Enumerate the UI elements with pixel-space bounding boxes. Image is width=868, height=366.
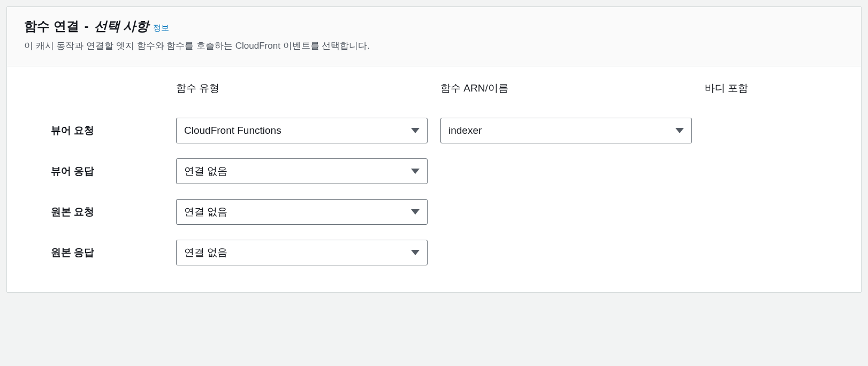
select-value: 연결 없음 — [184, 246, 227, 260]
include-body-cell-viewer-request — [705, 123, 844, 138]
panel-subtitle: 이 캐시 동작과 연결할 엣지 함수와 함수를 호출하는 CloudFront … — [24, 39, 844, 53]
col-header-arn: 함수 ARN/이름 — [440, 81, 692, 110]
chevron-down-icon — [675, 128, 684, 133]
chevron-down-icon — [411, 250, 420, 255]
function-arn-cell-viewer-response — [440, 164, 692, 179]
function-type-select-wrap: CloudFront Functions — [176, 110, 428, 151]
include-body-cell-origin-request — [705, 204, 844, 219]
col-header-type: 함수 유형 — [176, 81, 428, 110]
panel-title-optional: 선택 사항 — [94, 18, 149, 35]
include-body-cell-viewer-response — [705, 164, 844, 179]
row-label-origin-request: 원본 요청 — [24, 197, 163, 226]
function-type-select-wrap: 연결 없음 — [176, 151, 428, 192]
function-type-select-viewer-request[interactable]: CloudFront Functions — [176, 118, 428, 143]
col-header-body: 바디 포함 — [705, 81, 844, 110]
function-arn-select-viewer-request[interactable]: indexer — [440, 118, 692, 143]
associations-grid: 함수 유형 함수 ARN/이름 바디 포함 뷰어 요청 CloudFront F… — [24, 81, 844, 273]
info-link[interactable]: 정보 — [153, 23, 169, 33]
chevron-down-icon — [411, 128, 420, 133]
function-associations-panel: 함수 연결 - 선택 사항 정보 이 캐시 동작과 연결할 엣지 함수와 함수를… — [6, 6, 862, 293]
function-arn-cell-origin-request — [440, 204, 692, 219]
panel-body: 함수 유형 함수 ARN/이름 바디 포함 뷰어 요청 CloudFront F… — [7, 66, 861, 292]
panel-title: 함수 연결 — [24, 18, 79, 35]
panel-header: 함수 연결 - 선택 사항 정보 이 캐시 동작과 연결할 엣지 함수와 함수를… — [7, 7, 861, 66]
chevron-down-icon — [411, 209, 420, 215]
function-type-select-viewer-response[interactable]: 연결 없음 — [176, 158, 428, 184]
function-arn-select-wrap: indexer — [440, 110, 692, 151]
function-type-select-wrap: 연결 없음 — [176, 232, 428, 273]
title-row: 함수 연결 - 선택 사항 정보 — [24, 18, 844, 35]
function-arn-cell-origin-response — [440, 245, 692, 260]
function-type-select-wrap: 연결 없음 — [176, 192, 428, 232]
title-dash: - — [85, 19, 89, 34]
chevron-down-icon — [411, 169, 420, 174]
select-value: indexer — [448, 125, 482, 136]
row-label-viewer-request: 뷰어 요청 — [24, 116, 163, 145]
row-label-origin-response: 원본 응답 — [24, 238, 163, 267]
include-body-cell-origin-response — [705, 245, 844, 260]
select-value: CloudFront Functions — [184, 125, 281, 136]
col-header-empty — [24, 88, 163, 103]
select-value: 연결 없음 — [184, 205, 227, 219]
select-value: 연결 없음 — [184, 164, 227, 178]
function-type-select-origin-response[interactable]: 연결 없음 — [176, 240, 428, 265]
row-label-viewer-response: 뷰어 응답 — [24, 157, 163, 186]
function-type-select-origin-request[interactable]: 연결 없음 — [176, 199, 428, 225]
